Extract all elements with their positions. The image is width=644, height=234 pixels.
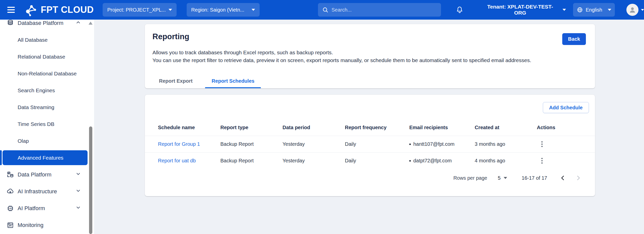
sidebar-item-label: All Database — [18, 37, 48, 43]
reporting-header-card: Reporting Back Allows you to track datab… — [145, 24, 595, 88]
region-selector[interactable]: Region: Saigon (Vietn... — [187, 3, 260, 17]
column-header-created-at: Created at — [475, 125, 537, 130]
sidebar-item-data-streaming[interactable]: Data Streaming — [0, 99, 94, 116]
sidebar-item-ai-platform[interactable]: AI AI Platform — [0, 200, 94, 217]
column-header-actions: Actions — [537, 125, 595, 130]
project-selector[interactable]: Project: PROJECT_XPL... — [103, 3, 177, 17]
add-schedule-button[interactable]: Add Schedule — [543, 102, 589, 113]
sidebar-item-search-engines[interactable]: Search Engines — [0, 82, 94, 99]
chip-ai-icon: AI — [7, 205, 14, 212]
next-page-button[interactable] — [573, 172, 584, 183]
chevron-up-icon — [75, 20, 81, 27]
sidebar-item-relational-database[interactable]: Relational Database — [0, 48, 94, 65]
schedule-name-link[interactable]: Report for Group 1 — [158, 141, 220, 147]
email-address: datpt72@fpt.com — [413, 158, 452, 164]
sidebar-item-label: Advanced Features — [18, 155, 63, 161]
kebab-menu-icon — [541, 158, 543, 159]
main-content: Reporting Back Allows you to track datab… — [145, 24, 595, 196]
topbar: FPT CLOUD Project: PROJECT_XPL... Region… — [0, 0, 644, 20]
user-menu[interactable] — [626, 4, 644, 16]
created-at-cell: 4 months ago — [475, 158, 537, 164]
page-title: Reporting — [152, 32, 189, 41]
monitor-icon — [7, 221, 14, 229]
email-recipients-cell: datpt72@fpt.com — [409, 158, 475, 164]
table-header-row: Schedule name Report type Data period Re… — [145, 119, 595, 136]
bullet-icon — [409, 144, 411, 145]
sidebar-item-label: Data Streaming — [18, 104, 54, 110]
region-selector-label: Region: Saigon (Vietn... — [191, 7, 244, 13]
sidebar-item-label: Time Series DB — [18, 121, 54, 127]
tenant-selector-label: Tenant: XPLAT-DEV-TEST-ORG — [481, 4, 559, 16]
sidebar-item-label: Database Platform — [18, 20, 63, 26]
sidebar-item-label: Search Engines — [18, 87, 55, 93]
sidebar-scrollbar[interactable] — [89, 126, 92, 234]
search-box[interactable] — [318, 3, 441, 17]
sidebar-item-olap[interactable]: Olap — [0, 132, 94, 149]
menu-button[interactable] — [6, 4, 17, 15]
rows-per-page-label: Rows per page — [453, 175, 487, 181]
svg-text:AI: AI — [9, 207, 12, 210]
sidebar-item-non-relational-database[interactable]: Non-Relational Database — [0, 65, 94, 82]
table-row: Report for uat db Backup Report Yesterda… — [145, 152, 595, 169]
scroll-up-arrow-icon[interactable] — [89, 22, 93, 25]
sidebar-item-label: Relational Database — [18, 54, 65, 60]
fpt-logo-icon — [24, 3, 38, 16]
sidebar-item-label: AI Infrastructure — [18, 188, 57, 195]
tenant-selector[interactable]: Tenant: XPLAT-DEV-TEST-ORG — [481, 4, 566, 16]
row-actions-button[interactable] — [537, 156, 547, 166]
data-period-cell: Yesterday — [283, 141, 345, 147]
sidebar-item-data-platform[interactable]: Data Platform — [0, 166, 94, 183]
tab-report-schedules[interactable]: Report Schedules — [205, 74, 261, 88]
row-actions-button[interactable] — [537, 139, 547, 149]
chevron-down-icon — [608, 9, 611, 11]
bullet-icon — [409, 160, 411, 162]
sidebar-item-advanced-features[interactable]: Advanced Features — [0, 149, 94, 166]
sidebar-item-all-database[interactable]: All Database — [0, 31, 94, 48]
search-input[interactable] — [332, 7, 437, 13]
data-platform-icon — [7, 171, 14, 178]
cloud-ai-icon — [7, 188, 14, 195]
created-at-cell: 3 months ago — [475, 141, 537, 147]
sidebar-item-label: Non-Relational Database — [18, 71, 77, 77]
search-icon — [322, 7, 329, 13]
email-address: hantt107@fpt.com — [413, 141, 455, 147]
tab-report-export[interactable]: Report Export — [152, 74, 199, 88]
sidebar-item-time-series-db[interactable]: Time Series DB — [0, 116, 94, 132]
sidebar-item-label: Data Platform — [18, 171, 52, 178]
sidebar-item-monitoring[interactable]: Monitoring — [0, 217, 94, 233]
chevron-down-icon — [75, 188, 81, 195]
chevron-down-icon — [504, 177, 507, 179]
avatar-icon — [628, 6, 637, 14]
previous-page-button[interactable] — [557, 172, 568, 183]
chevron-right-icon — [575, 175, 582, 181]
description-line-2: You can use the report filter to retriev… — [152, 56, 586, 64]
rows-per-page-select[interactable]: 5 — [498, 175, 507, 181]
chevron-down-icon — [641, 9, 644, 11]
avatar — [626, 4, 638, 16]
reporting-tabs: Report Export Report Schedules — [145, 74, 595, 88]
description-line-1: Allows you to track databases through Ex… — [152, 49, 586, 56]
chevron-down-icon — [75, 205, 81, 212]
schedules-card: Add Schedule Schedule name Report type D… — [145, 95, 595, 196]
chevron-down-icon — [252, 9, 255, 11]
sidebar-item-database-platform[interactable]: Database Platform — [0, 20, 94, 31]
schedule-name-link[interactable]: Report for uat db — [158, 158, 220, 164]
rows-per-page-value: 5 — [498, 175, 501, 181]
column-header-data-period: Data period — [283, 125, 345, 130]
brand-name: FPT CLOUD — [41, 5, 94, 15]
hamburger-icon — [7, 7, 15, 8]
language-selector-label: English — [586, 7, 602, 13]
kebab-menu-icon — [541, 141, 543, 143]
language-selector[interactable]: English — [573, 3, 615, 17]
column-header-report-type: Report type — [220, 125, 283, 130]
report-type-cell: Backup Report — [220, 158, 283, 164]
sidebar-item-ai-infrastructure[interactable]: AI Infrastructure — [0, 183, 94, 200]
back-button[interactable]: Back — [562, 33, 586, 45]
page-description: Allows you to track databases through Ex… — [145, 49, 595, 64]
notifications-button[interactable] — [454, 4, 465, 15]
chevron-down-icon — [75, 171, 81, 178]
data-period-cell: Yesterday — [283, 158, 345, 164]
chevron-left-icon — [559, 175, 566, 181]
column-header-schedule-name: Schedule name — [158, 125, 220, 130]
column-header-email-recipients: Email recipients — [409, 125, 475, 130]
